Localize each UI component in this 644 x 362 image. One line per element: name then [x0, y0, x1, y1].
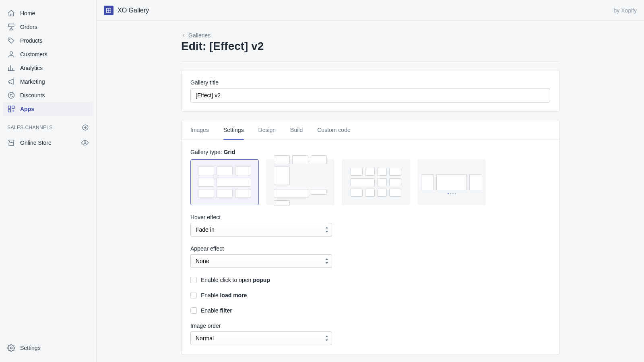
breadcrumb-label: Galleries [188, 32, 211, 39]
appear-field: Appear effect None [190, 245, 332, 268]
sidebar-item-label: Customers [20, 51, 47, 58]
tab-settings[interactable]: Settings [223, 120, 244, 140]
svg-rect-7 [8, 110, 11, 112]
gallery-type-value: Grid [223, 149, 235, 155]
app-vendor: by Xopify [613, 7, 637, 14]
sidebar-nav: Home Orders Products Customers Analytics… [0, 4, 96, 118]
enable-popup-check[interactable]: Enable click to open popup [190, 277, 550, 283]
gallery-type-options [190, 159, 550, 205]
hover-select[interactable]: Fade in [190, 223, 332, 237]
sidebar-item-online-store[interactable]: Online Store [3, 136, 93, 150]
sidebar-footer: Settings [0, 341, 96, 358]
tabs: Images Settings Design Build Custom code [182, 120, 559, 140]
enable-filter-checkbox[interactable] [190, 307, 197, 314]
gallery-type-row: Gallery type: Grid [190, 149, 550, 155]
sidebar-item-marketing[interactable]: Marketing [3, 75, 93, 88]
gallery-title-label: Gallery title [190, 79, 550, 86]
gallery-type-label: Gallery type: [190, 149, 222, 155]
settings-panel: Gallery type: Grid [182, 140, 559, 354]
app-title: XO Gallery [118, 7, 613, 14]
sidebar-item-label: Online Store [20, 140, 76, 146]
sidebar-item-discounts[interactable]: Discounts [3, 88, 93, 102]
image-order-field: Image order Normal [190, 323, 332, 345]
main-area: XO Gallery by Xopify Galleries Edit: [Ef… [97, 0, 644, 362]
svg-point-1 [10, 51, 13, 54]
image-order-label: Image order [190, 323, 332, 329]
gallery-type-grid[interactable] [190, 159, 259, 205]
channels-nav: Online Store [0, 134, 96, 152]
hover-field: Hover effect Fade in [190, 214, 332, 237]
content-scroll: Galleries Edit: [Effect] v2 Gallery titl… [97, 21, 644, 362]
app-root: Home Orders Products Customers Analytics… [0, 0, 644, 362]
preview-icon[interactable] [81, 139, 89, 147]
enable-popup-checkbox[interactable] [190, 277, 197, 283]
page-title: Edit: [Effect] v2 [181, 40, 559, 62]
gallery-title-input[interactable] [190, 88, 550, 103]
sales-channels-label: Sales channels [7, 125, 53, 130]
sidebar-item-settings[interactable]: Settings [3, 341, 93, 355]
svg-point-9 [84, 142, 86, 144]
title-card: Gallery title [181, 70, 559, 112]
svg-rect-6 [12, 106, 14, 109]
sidebar-item-apps[interactable]: Apps [3, 102, 93, 116]
home-icon [7, 9, 15, 17]
page: Galleries Edit: [Effect] v2 Gallery titl… [181, 32, 559, 354]
marketing-icon [7, 78, 15, 86]
tab-build[interactable]: Build [290, 120, 303, 140]
settings-label: Settings [20, 345, 41, 351]
sidebar-item-label: Analytics [20, 65, 43, 71]
app-logo-icon [104, 6, 114, 15]
settings-card: Images Settings Design Build Custom code… [181, 120, 559, 354]
orders-icon [7, 23, 15, 31]
sidebar-item-label: Apps [20, 106, 34, 112]
enable-loadmore-check[interactable]: Enable load more [190, 292, 550, 298]
apps-icon [7, 105, 15, 113]
svg-point-3 [10, 94, 11, 95]
breadcrumb-back[interactable]: Galleries [181, 32, 211, 39]
products-icon [7, 37, 15, 45]
sidebar-item-customers[interactable]: Customers [3, 47, 93, 61]
analytics-icon [7, 64, 15, 72]
sidebar-item-home[interactable]: Home [3, 6, 93, 20]
add-channel-icon[interactable] [82, 124, 89, 131]
topbar: XO Gallery by Xopify [97, 0, 644, 21]
svg-rect-5 [8, 106, 11, 109]
gear-icon [7, 344, 15, 352]
svg-point-10 [10, 347, 12, 349]
gallery-type-slider[interactable] [417, 159, 486, 205]
image-order-select[interactable]: Normal [190, 331, 332, 345]
sidebar-item-orders[interactable]: Orders [3, 20, 93, 34]
sidebar-item-label: Discounts [20, 92, 45, 99]
sidebar-item-analytics[interactable]: Analytics [3, 61, 93, 75]
sidebar-item-label: Marketing [20, 78, 45, 85]
tab-design[interactable]: Design [258, 120, 276, 140]
store-icon [7, 139, 15, 147]
sidebar-item-label: Products [20, 37, 42, 44]
sidebar-item-label: Orders [20, 24, 37, 30]
tab-custom-code[interactable]: Custom code [317, 120, 350, 140]
enable-loadmore-checkbox[interactable] [190, 292, 197, 298]
gallery-type-justified[interactable] [342, 159, 410, 205]
gallery-type-masonry[interactable] [266, 159, 334, 205]
appear-label: Appear effect [190, 245, 332, 252]
sales-channels-header: Sales channels [0, 118, 96, 134]
sidebar: Home Orders Products Customers Analytics… [0, 0, 97, 362]
customers-icon [7, 50, 15, 58]
sidebar-item-label: Home [20, 10, 35, 16]
svg-point-4 [12, 96, 13, 97]
enable-filter-check[interactable]: Enable filter [190, 307, 550, 314]
appear-select[interactable]: None [190, 254, 332, 268]
tab-images[interactable]: Images [190, 120, 209, 140]
chevron-left-icon [181, 33, 186, 38]
discounts-icon [7, 91, 15, 99]
sidebar-item-products[interactable]: Products [3, 34, 93, 47]
svg-point-0 [9, 39, 10, 39]
hover-label: Hover effect [190, 214, 332, 220]
